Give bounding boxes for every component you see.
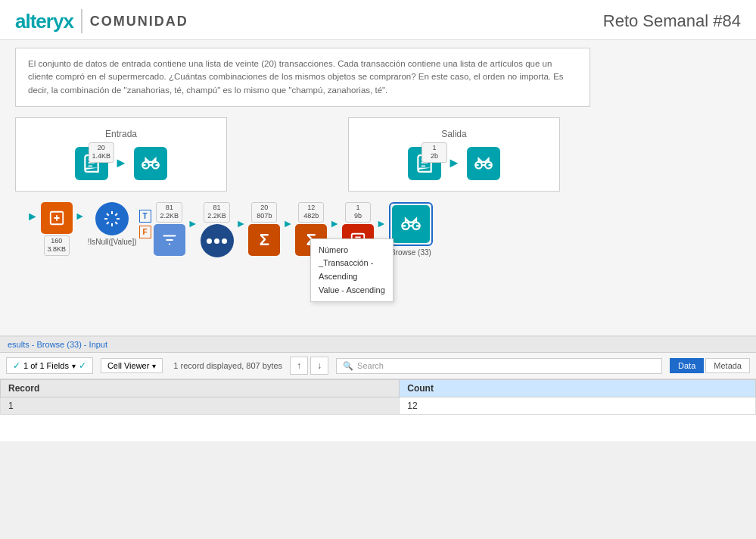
- arrow5: ►: [282, 217, 293, 229]
- entrada-title: Entrada: [105, 129, 137, 139]
- pipeline-node7-badge: 19b: [345, 202, 371, 223]
- pipeline-browse-icon: [392, 205, 430, 243]
- col-header-count: Count: [400, 380, 756, 397]
- checkmark-icon: ✓: [79, 360, 86, 371]
- salida-title: Salida: [441, 129, 466, 139]
- top-banner: alteryx COMUNIDAD Reto Semanal #84: [0, 0, 756, 40]
- results-header: esults - Browse (33) - Input: [0, 337, 756, 353]
- results-toolbar: ✓ 1 of 1 Fields ▾ ✓ Cell Viewer ▾ 1 reco…: [0, 353, 756, 379]
- cell-count-1: 12: [400, 397, 756, 415]
- pipeline-browse-node[interactable]: Browse (33): [389, 202, 433, 257]
- salida-binoculars-icon: [467, 147, 500, 180]
- record-info: 1 record displayed, 807 bytes: [173, 361, 282, 370]
- pipeline-node5[interactable]: 20807b Σ: [248, 202, 280, 256]
- pipeline-blue-circle-icon: [95, 202, 129, 235]
- salida-browse-node[interactable]: [467, 147, 500, 180]
- arrow6: ►: [329, 217, 340, 229]
- pipeline-node6-badge: 12482b: [298, 202, 324, 223]
- results-panel: esults - Browse (33) - Input ✓ 1 of 1 Fi…: [0, 335, 756, 441]
- arrow2: ►: [75, 210, 86, 222]
- col-header-record: Record: [1, 380, 400, 397]
- nav-up-button[interactable]: ↑: [290, 357, 308, 375]
- logo-area: alteryx COMUNIDAD: [15, 9, 188, 33]
- pipeline-browse-wrapper: [389, 202, 433, 246]
- tf-area: T F: [139, 210, 151, 238]
- reto-title: Reto Semanal #84: [603, 11, 741, 31]
- browse-label: Browse (33): [390, 248, 431, 257]
- cell-record-1: 1: [1, 397, 400, 415]
- pipeline-node3[interactable]: 812.2KB: [154, 202, 185, 256]
- salida-arrow1: ►: [447, 155, 461, 171]
- logo-divider: [81, 9, 82, 33]
- fields-label: 1 of 1 Fields: [23, 361, 69, 370]
- fields-selector[interactable]: ✓ 1 of 1 Fields ▾ ✓: [6, 357, 93, 374]
- pipeline-dots-icon: [201, 224, 234, 257]
- pipeline-sort-icon: [154, 224, 185, 256]
- entrada-box: Entrada 20 1.4KB ►: [15, 117, 227, 192]
- sort-tooltip: Número _Transacción - Ascending Value - …: [310, 238, 394, 302]
- pipeline-node4-badge: 812.2KB: [204, 202, 230, 223]
- filter-label: !IsNull([Value]): [88, 238, 137, 246]
- pipeline-input-icon: [41, 202, 73, 234]
- table-row: 1 12: [1, 397, 756, 415]
- salida-input-node[interactable]: 1 2b: [408, 147, 441, 180]
- chevron-down-icon: ▾: [72, 362, 76, 370]
- search-placeholder: Search: [357, 361, 384, 370]
- entrada-browse-node[interactable]: [134, 147, 167, 180]
- results-link[interactable]: esults - Browse (33) - Input: [8, 340, 107, 349]
- entrada-badge: 20 1.4KB: [89, 142, 115, 163]
- pipeline-node1-badge: 1603.8KB: [44, 235, 70, 256]
- check-icon: ✓: [13, 360, 20, 371]
- arrow7: ►: [376, 217, 387, 229]
- alteryx-logo: alteryx: [15, 10, 73, 33]
- search-icon: 🔍: [343, 361, 353, 371]
- metadata-button[interactable]: Metada: [705, 358, 750, 373]
- cell-viewer[interactable]: Cell Viewer ▾: [101, 358, 163, 373]
- entrada-binoculars-icon: [134, 147, 167, 180]
- description-text: El conjunto de datos de entrada contiene…: [28, 59, 564, 95]
- pipeline-node4[interactable]: 812.2KB: [201, 202, 234, 257]
- pipeline-node2[interactable]: !IsNull([Value]): [88, 202, 137, 246]
- pipeline-start-arrow: ►: [26, 210, 39, 223]
- salida-nodes: 1 2b ►: [408, 147, 500, 180]
- pipeline-sigma1-icon: Σ: [248, 224, 280, 256]
- salida-badge: 1 2b: [422, 142, 447, 163]
- nav-down-button[interactable]: ↓: [310, 357, 328, 375]
- data-meta-buttons: Data Metada: [670, 358, 750, 373]
- search-area[interactable]: 🔍 Search: [336, 358, 662, 374]
- nav-arrows: ↑ ↓: [290, 357, 328, 375]
- pipeline-node3-badge: 812.2KB: [156, 202, 182, 223]
- salida-box: Salida 1 2b ►: [348, 117, 560, 192]
- arrow4: ►: [236, 217, 247, 229]
- data-button[interactable]: Data: [670, 358, 704, 373]
- results-table: Record Count 1 12: [0, 379, 756, 415]
- comunidad-text: COMUNIDAD: [90, 14, 188, 30]
- entrada-nodes: 20 1.4KB ►: [75, 147, 167, 180]
- canvas-area: El conjunto de datos de entrada contiene…: [0, 40, 756, 441]
- pipeline-node1[interactable]: 1603.8KB: [41, 202, 73, 256]
- entrada-input-node[interactable]: 20 1.4KB: [75, 147, 108, 180]
- workflow-row: Entrada 20 1.4KB ►: [15, 117, 741, 192]
- cell-viewer-chevron: ▾: [152, 362, 156, 370]
- pipeline-node5-badge: 20807b: [251, 202, 277, 223]
- entrada-arrow1: ►: [114, 155, 128, 171]
- arrow3: ►: [188, 217, 198, 229]
- cell-viewer-label: Cell Viewer: [107, 361, 149, 370]
- description-box: El conjunto de datos de entrada contiene…: [15, 48, 590, 107]
